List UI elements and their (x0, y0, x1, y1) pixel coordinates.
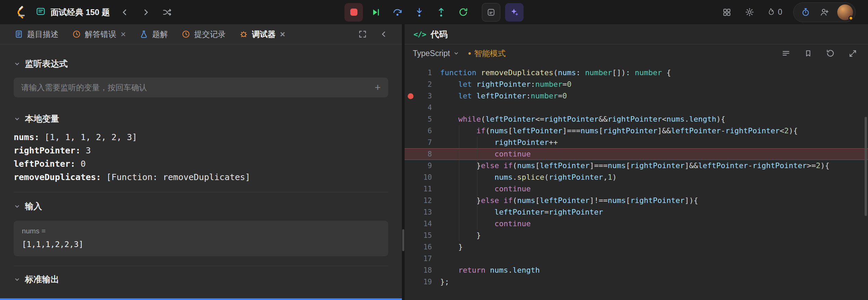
watch-section-header[interactable]: 监听表达式 (14, 58, 388, 69)
breakpoint-dot[interactable] (405, 90, 416, 102)
line-number[interactable]: 15 (416, 230, 432, 241)
line-number[interactable]: 9 (416, 160, 432, 172)
line-number[interactable]: 19 (416, 276, 432, 288)
input-section-header[interactable]: 输入 (14, 201, 388, 212)
line-number[interactable]: 12 (416, 195, 432, 206)
line-number[interactable]: 7 (416, 137, 432, 148)
timer-button[interactable] (800, 6, 812, 18)
fullscreen-button[interactable] (357, 28, 368, 40)
line-number[interactable]: 16 (416, 241, 432, 253)
resume-button[interactable] (366, 3, 385, 22)
language-select[interactable]: TypeScript (413, 49, 459, 58)
breakpoint-gutter[interactable] (405, 264, 416, 276)
settings-button[interactable] (744, 6, 756, 18)
tab-debugger[interactable]: 调试器 × (239, 29, 285, 40)
leetcode-logo-icon[interactable] (13, 5, 27, 20)
tab-problem-description[interactable]: 题目描述 (14, 29, 58, 40)
line-number[interactable]: 18 (416, 264, 432, 276)
close-icon[interactable]: × (121, 30, 126, 39)
step-over-button[interactable] (388, 3, 407, 22)
breakpoint-gutter[interactable] (405, 218, 416, 230)
restart-button[interactable] (454, 3, 472, 22)
code-line: 7 rightPointer++ (405, 137, 868, 148)
left-tabbar: 题目描述 解答错误 × 题解 (0, 24, 402, 44)
breakpoint-gutter[interactable] (405, 230, 416, 241)
line-number[interactable]: 8 (416, 148, 432, 160)
reset-icon (826, 49, 835, 58)
breakpoint-gutter[interactable] (405, 206, 416, 218)
line-number[interactable]: 5 (416, 113, 432, 125)
line-number[interactable]: 2 (416, 79, 432, 90)
expand-editor-button[interactable] (847, 48, 858, 59)
shuffle-button[interactable] (161, 6, 173, 18)
nav-forward-button[interactable] (140, 6, 152, 18)
watch-expression-input[interactable] (21, 83, 375, 92)
breakpoint-gutter[interactable] (405, 241, 416, 253)
nav-back-button[interactable] (119, 6, 131, 18)
code-lines: 1function removeDuplicates(nums: number[… (405, 67, 868, 288)
add-watch-icon[interactable]: + (375, 82, 381, 93)
breakpoint-gutter[interactable] (405, 253, 416, 264)
code-line: 15 } (405, 230, 868, 241)
line-number[interactable]: 11 (416, 183, 432, 195)
code-panel: </> 代码 TypeScript • 智能模式 (405, 24, 868, 300)
problem-list-tab[interactable]: 面试经典 150 题 (36, 6, 110, 18)
line-number[interactable]: 10 (416, 172, 432, 183)
step-out-button[interactable] (432, 3, 450, 22)
breakpoint-gutter[interactable] (405, 102, 416, 113)
step-into-icon (414, 7, 424, 17)
format-code-button[interactable] (780, 47, 792, 59)
code-editor[interactable]: 1function removeDuplicates(nums: number[… (405, 62, 868, 300)
stdout-section-header[interactable]: 标准输出 (14, 274, 388, 285)
breakpoint-gutter[interactable] (405, 137, 416, 148)
reset-code-button[interactable] (825, 47, 836, 59)
step-into-button[interactable] (410, 3, 429, 22)
line-number[interactable]: 13 (416, 206, 432, 218)
breakpoint-gutter[interactable] (405, 195, 416, 206)
line-number[interactable]: 14 (416, 218, 432, 230)
invite-button[interactable] (818, 6, 830, 18)
code-text: }else if(nums[leftPointer]===nums[rightP… (432, 160, 829, 172)
line-number[interactable]: 4 (416, 102, 432, 113)
stop-button[interactable] (344, 3, 363, 22)
code-text (432, 102, 440, 113)
line-number[interactable]: 6 (416, 125, 432, 137)
breakpoint-gutter[interactable] (405, 125, 416, 137)
line-number[interactable]: 1 (416, 67, 432, 79)
tab-submissions[interactable]: 提交记录 (181, 29, 226, 40)
breakpoint-gutter[interactable] (405, 172, 416, 183)
ai-assistant-button[interactable] (505, 3, 524, 22)
test-input-box[interactable]: nums = [1,1,1,2,2,3] (14, 221, 388, 256)
resize-handle[interactable] (402, 229, 404, 251)
tab-wrong-answer[interactable]: 解答错误 × (72, 29, 126, 40)
panel-resize-divider[interactable] (402, 24, 405, 300)
editor-scrollbar-thumb[interactable] (865, 117, 867, 216)
close-icon[interactable]: × (280, 30, 285, 39)
smart-mode-badge[interactable]: • 智能模式 (468, 48, 506, 59)
streak-counter[interactable]: 0 (767, 8, 782, 17)
tab-solutions[interactable]: 题解 (139, 29, 168, 40)
tabbar-actions (357, 28, 390, 40)
breakpoint-gutter[interactable] (405, 160, 416, 172)
breakpoint-gutter[interactable] (405, 183, 416, 195)
breakpoint-gutter[interactable] (405, 113, 416, 125)
variable-name: removeDuplicates (14, 172, 106, 182)
bookmark-button[interactable] (803, 48, 814, 59)
breakpoint-gutter[interactable] (405, 148, 416, 160)
avatar[interactable] (837, 4, 853, 20)
debug-controls (344, 0, 524, 24)
tab-label: 提交记录 (194, 29, 226, 40)
breakpoint-gutter[interactable] (405, 276, 416, 288)
bookmark-icon (804, 49, 812, 57)
code-line: 10 nums.splice(rightPointer,1) (405, 172, 868, 183)
layout-grid-button[interactable] (721, 6, 733, 18)
breakpoint-gutter[interactable] (405, 79, 416, 90)
code-text: continue (432, 218, 531, 230)
line-number[interactable]: 3 (416, 90, 432, 102)
breakpoint-gutter[interactable] (405, 67, 416, 79)
expand-icon (849, 49, 857, 58)
locals-section-header[interactable]: 本地变量 (14, 113, 388, 124)
line-number[interactable]: 17 (416, 253, 432, 264)
note-button[interactable] (482, 3, 500, 22)
collapse-panel-button[interactable] (378, 28, 390, 40)
